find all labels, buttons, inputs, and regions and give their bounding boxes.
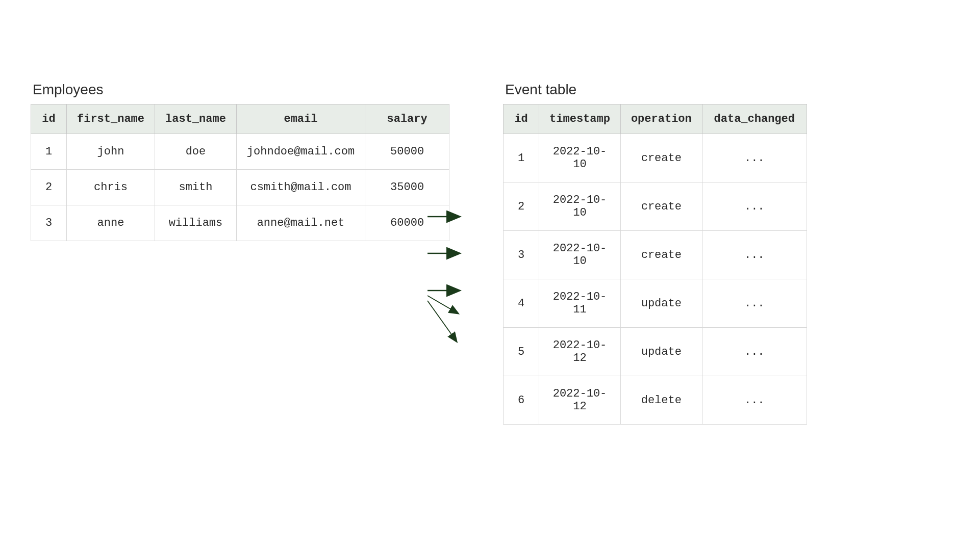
table-row: 2 2022-10-10 create ...	[504, 182, 807, 231]
table-row: 3 2022-10-10 create ...	[504, 231, 807, 279]
col-first-name: first_name	[67, 104, 155, 134]
table-row: 1 john doe johndoe@mail.com 50000	[31, 134, 449, 170]
cell-data-changed: ...	[702, 134, 807, 182]
col-last-name: last_name	[155, 104, 237, 134]
cell-timestamp: 2022-10-11	[539, 279, 621, 328]
col-id: id	[31, 104, 67, 134]
arrow-icon	[428, 296, 458, 313]
col-data-changed: data_changed	[702, 104, 807, 134]
cell-id: 5	[504, 328, 539, 376]
diagram-container: Employees id first_name last_name email …	[31, 82, 807, 425]
cell-first-name: chris	[67, 170, 155, 205]
cell-timestamp: 2022-10-12	[539, 328, 621, 376]
cell-data-changed: ...	[702, 231, 807, 279]
cell-data-changed: ...	[702, 328, 807, 376]
table-row: 3 anne williams anne@mail.net 60000	[31, 205, 449, 241]
col-id: id	[504, 104, 539, 134]
employees-title: Employees	[33, 82, 449, 98]
cell-operation: create	[620, 231, 702, 279]
table-row: 5 2022-10-12 update ...	[504, 328, 807, 376]
arrows-icon	[423, 206, 480, 370]
cell-id: 1	[31, 134, 67, 170]
cell-data-changed: ...	[702, 279, 807, 328]
events-table: id timestamp operation data_changed 1 20…	[503, 104, 807, 425]
cell-data-changed: ...	[702, 376, 807, 425]
table-row: 1 2022-10-10 create ...	[504, 134, 807, 182]
arrow-icon	[428, 301, 457, 342]
cell-id: 3	[504, 231, 539, 279]
table-row: 6 2022-10-12 delete ...	[504, 376, 807, 425]
cell-timestamp: 2022-10-10	[539, 231, 621, 279]
table-header-row: id first_name last_name email salary	[31, 104, 449, 134]
cell-id: 3	[31, 205, 67, 241]
events-block: Event table id timestamp operation data_…	[503, 82, 807, 425]
cell-first-name: john	[67, 134, 155, 170]
table-row: 4 2022-10-11 update ...	[504, 279, 807, 328]
cell-email: johndoe@mail.com	[236, 134, 365, 170]
cell-data-changed: ...	[702, 182, 807, 231]
cell-id: 6	[504, 376, 539, 425]
cell-operation: create	[620, 134, 702, 182]
cell-last-name: doe	[155, 134, 237, 170]
cell-email: anne@mail.net	[236, 205, 365, 241]
cell-salary: 35000	[365, 170, 449, 205]
cell-id: 2	[31, 170, 67, 205]
table-row: 2 chris smith csmith@mail.com 35000	[31, 170, 449, 205]
cell-id: 1	[504, 134, 539, 182]
col-email: email	[236, 104, 365, 134]
cell-operation: update	[620, 328, 702, 376]
table-header-row: id timestamp operation data_changed	[504, 104, 807, 134]
cell-first-name: anne	[67, 205, 155, 241]
cell-last-name: williams	[155, 205, 237, 241]
cell-timestamp: 2022-10-12	[539, 376, 621, 425]
events-title: Event table	[505, 82, 807, 98]
employees-block: Employees id first_name last_name email …	[31, 82, 449, 241]
cell-id: 2	[504, 182, 539, 231]
cell-operation: update	[620, 279, 702, 328]
col-operation: operation	[620, 104, 702, 134]
cell-email: csmith@mail.com	[236, 170, 365, 205]
cell-salary: 50000	[365, 134, 449, 170]
employees-table: id first_name last_name email salary 1 j…	[31, 104, 449, 241]
col-timestamp: timestamp	[539, 104, 621, 134]
cell-operation: delete	[620, 376, 702, 425]
cell-last-name: smith	[155, 170, 237, 205]
col-salary: salary	[365, 104, 449, 134]
cell-timestamp: 2022-10-10	[539, 134, 621, 182]
cell-timestamp: 2022-10-10	[539, 182, 621, 231]
cell-operation: create	[620, 182, 702, 231]
cell-id: 4	[504, 279, 539, 328]
